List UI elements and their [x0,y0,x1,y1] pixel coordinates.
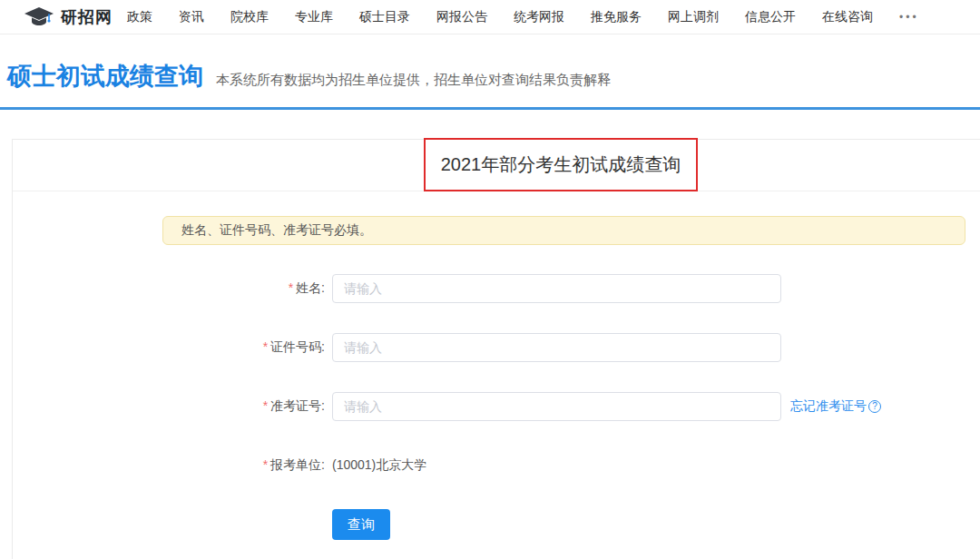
page-subtitle: 本系统所有数据均为招生单位提供，招生单位对查询结果负责解释 [216,72,611,89]
nav-item-college-db[interactable]: 院校库 [230,9,269,25]
card-header: 2021年部分考生初试成绩查询 [13,140,980,191]
page-title: 硕士初试成绩查询 [7,62,203,91]
submit-row: 查询 [13,510,980,539]
forget-ticket-link-text: 忘记准考证号 [790,398,867,415]
site-logo[interactable]: 研招网 [24,6,113,28]
nav-item-major-db[interactable]: 专业库 [295,9,333,25]
id-number-label-text: 证件号码: [270,339,325,354]
red-annotation-box: 2021年部分考生初试成绩查询 [424,138,698,191]
nav-item-online-report-notice[interactable]: 网报公告 [436,9,487,25]
required-marker: * [263,339,268,354]
nav-more-icon[interactable]: ••• [899,11,919,24]
nav-item-policy[interactable]: 政策 [127,9,152,25]
required-fields-notice: 姓名、证件号码、准考证号必填。 [162,216,965,245]
nav-menu: 政策 资讯 院校库 专业库 硕士目录 网报公告 统考网报 推免服务 网上调剂 信… [127,9,919,25]
target-unit-row: *报考单位: (10001)北京大学 [13,451,980,480]
target-unit-label-text: 报考单位: [270,457,325,472]
page-header: 硕士初试成绩查询 本系统所有数据均为招生单位提供，招生单位对查询结果负责解释 [0,34,980,91]
nav-item-info-disclosure[interactable]: 信息公开 [745,9,796,25]
top-navigation: 研招网 政策 资讯 院校库 专业库 硕士目录 网报公告 统考网报 推免服务 网上… [0,0,980,34]
nav-item-exempt-service[interactable]: 推免服务 [591,9,642,25]
blue-divider [0,107,980,110]
nav-item-master-catalog[interactable]: 硕士目录 [359,9,410,25]
admission-ticket-input[interactable] [332,392,781,421]
admission-ticket-label: *准考证号: [13,398,332,415]
admission-ticket-label-text: 准考证号: [270,398,325,413]
required-marker: * [289,280,293,295]
admission-ticket-row: *准考证号: 忘记准考证号 ? [13,392,980,421]
site-name: 研招网 [61,6,113,28]
query-button[interactable]: 查询 [332,509,390,540]
name-input[interactable] [332,274,781,303]
nav-item-online-consult[interactable]: 在线咨询 [822,9,873,25]
nav-item-news[interactable]: 资讯 [179,9,204,25]
name-row: *姓名: [13,274,980,303]
query-card: 2021年部分考生初试成绩查询 姓名、证件号码、准考证号必填。 *姓名: *证件… [12,139,980,559]
id-number-row: *证件号码: [13,333,980,362]
required-marker: * [263,398,268,413]
id-number-label: *证件号码: [13,339,332,356]
nav-item-online-adjustment[interactable]: 网上调剂 [668,9,719,25]
help-circle-icon: ? [868,400,881,413]
target-unit-value: (10001)北京大学 [332,457,426,474]
name-label: *姓名: [13,280,332,297]
nav-item-unified-exam-report[interactable]: 统考网报 [514,9,564,25]
notice-text: 姓名、证件号码、准考证号必填。 [181,222,372,239]
id-number-input[interactable] [332,333,781,362]
card-title: 2021年部分考生初试成绩查询 [441,152,681,177]
forget-ticket-link[interactable]: 忘记准考证号 ? [790,398,881,415]
graduation-cap-icon [24,6,54,28]
card-body: 姓名、证件号码、准考证号必填。 *姓名: *证件号码: *准考证号: 忘记准考证… [13,191,980,539]
name-label-text: 姓名: [296,280,325,295]
target-unit-label: *报考单位: [13,457,332,474]
required-marker: * [263,457,268,472]
